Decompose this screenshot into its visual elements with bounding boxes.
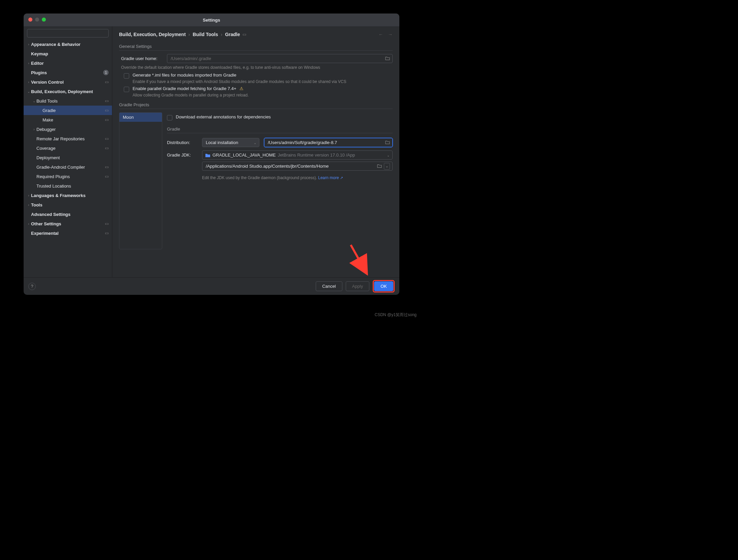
chevron-right-icon: › (26, 43, 31, 46)
nav-forward-button[interactable]: → (388, 32, 393, 37)
project-scope-icon: ▭ (105, 99, 109, 103)
sidebar-item-label: Build Tools (36, 99, 105, 104)
content-header: Build, Execution, Deployment › Build Too… (112, 26, 399, 40)
sidebar-item-coverage[interactable]: Coverage▭ (24, 143, 112, 153)
divider (119, 50, 393, 51)
sidebar-item-appearance-behavior[interactable]: ›Appearance & Behavior (24, 39, 112, 49)
sidebar-item-build-tools[interactable]: ⌄Build Tools▭ (24, 96, 112, 106)
sidebar-item-tools[interactable]: ›Tools (24, 200, 112, 209)
window-title: Settings (203, 18, 220, 23)
chevron-right-icon: › (26, 222, 31, 226)
help-button[interactable]: ? (28, 283, 36, 290)
cancel-button[interactable]: Cancel (316, 281, 342, 291)
folder-icon[interactable] (385, 140, 390, 145)
download-ext-label[interactable]: Download external annotations for depend… (176, 114, 271, 119)
parallel-checkbox[interactable] (124, 87, 129, 92)
sidebar-item-trusted-locations[interactable]: Trusted Locations (24, 181, 112, 191)
sidebar-item-gradle-android-compiler[interactable]: Gradle-Android Compiler▭ (24, 162, 112, 172)
sidebar-item-label: Make (42, 117, 105, 122)
jdk-path-input[interactable] (202, 162, 393, 171)
sidebar-item-keymap[interactable]: Keymap (24, 49, 112, 58)
parallel-label[interactable]: Enable parallel Gradle model fetching fo… (133, 86, 244, 91)
chevron-right-icon: › (189, 32, 190, 37)
titlebar: Settings (24, 13, 399, 26)
chevron-down-icon: ⌄ (254, 141, 256, 144)
maximize-window-button[interactable] (42, 18, 46, 22)
distribution-path-input[interactable] (264, 138, 393, 147)
distribution-select[interactable]: Local installation ⌄ (202, 138, 259, 147)
sidebar-item-debugger[interactable]: ›Debugger (24, 124, 112, 134)
sidebar-item-label: Appearance & Behavior (31, 42, 109, 47)
user-home-row: Gradle user home: (121, 54, 393, 63)
folder-icon[interactable] (377, 164, 382, 169)
sidebar-item-make[interactable]: Make▭ (24, 115, 112, 124)
sidebar-item-editor[interactable]: ›Editor (24, 58, 112, 68)
project-scope-icon: ▭ (243, 32, 246, 37)
sidebar-item-advanced-settings[interactable]: Advanced Settings (24, 209, 112, 219)
sidebar-item-version-control[interactable]: ›Version Control▭ (24, 77, 112, 87)
ok-button[interactable]: OK (374, 281, 393, 291)
close-window-button[interactable] (28, 18, 32, 22)
download-ext-checkbox[interactable] (167, 115, 172, 120)
sidebar-item-required-plugins[interactable]: Required Plugins▭ (24, 172, 112, 181)
sidebar-item-plugins[interactable]: Plugins1 (24, 68, 112, 77)
sidebar-item-build-execution-deployment[interactable]: ⌄Build, Execution, Deployment (24, 87, 112, 96)
dist-path-wrap (264, 138, 393, 147)
user-home-input-wrap (167, 54, 393, 63)
iml-checkbox[interactable] (124, 73, 129, 79)
warning-icon: ⚠ (239, 86, 244, 91)
chevron-right-icon: › (26, 61, 31, 65)
sidebar-item-label: Build, Execution, Deployment (31, 89, 109, 94)
settings-tree[interactable]: ›Appearance & BehaviorKeymap›EditorPlugi… (24, 39, 112, 277)
sidebar-item-label: Version Control (31, 80, 105, 85)
sidebar-item-languages-frameworks[interactable]: ›Languages & Frameworks (24, 191, 112, 200)
iml-help: Enable if you have a mixed project with … (133, 79, 393, 84)
sidebar-item-gradle[interactable]: Gradle▭ (24, 106, 112, 115)
breadcrumb: Build, Execution, Deployment › Build Too… (119, 32, 375, 37)
breadcrumb-3: Gradle (225, 32, 240, 37)
jdk-label: Gradle JDK: (167, 152, 197, 158)
content-body: General Settings Gradle user home: Overr… (112, 40, 399, 277)
sidebar-item-label: Editor (31, 61, 109, 66)
nav-back-button[interactable]: ← (378, 32, 383, 37)
sidebar-item-experimental[interactable]: Experimental▭ (24, 228, 112, 238)
distribution-row: Distribution: Local installation ⌄ (167, 138, 393, 147)
edit-jdk-help: Edit the JDK used by the Gradle daemon (… (202, 175, 393, 180)
footer: ? Cancel Apply OK (24, 277, 399, 295)
learn-more-link[interactable]: Learn more ↗ (318, 175, 343, 180)
sidebar-item-label: Experimental (31, 231, 105, 236)
project-item-moon[interactable]: Moon (119, 113, 162, 122)
folder-icon[interactable] (385, 56, 390, 61)
sidebar-item-label: Remote Jar Repositories (36, 136, 105, 141)
minimize-window-button[interactable] (35, 18, 39, 22)
projects-list[interactable]: Moon (119, 112, 162, 249)
distribution-label: Distribution: (167, 140, 197, 145)
jdk-folder-icon (205, 153, 210, 158)
project-scope-icon: ▭ (105, 108, 109, 113)
user-home-label: Gradle user home: (121, 56, 162, 61)
chevron-right-icon: › (26, 203, 31, 207)
user-home-input[interactable] (167, 54, 393, 63)
jdk-row: Gradle JDK: GRADLE_LOCAL_JAVA_HOME JetBr… (167, 150, 393, 160)
parallel-checkbox-row: Enable parallel Gradle model fetching fo… (124, 86, 393, 92)
sidebar-item-other-settings[interactable]: ›Other Settings▭ (24, 219, 112, 228)
chevron-down-icon: ⌄ (32, 99, 36, 103)
search-input[interactable] (27, 29, 109, 37)
sidebar-item-remote-jar-repositories[interactable]: Remote Jar Repositories▭ (24, 134, 112, 143)
sidebar-item-label: Plugins (31, 70, 101, 75)
sidebar-item-label: Gradle-Android Compiler (36, 165, 105, 170)
jdk-select[interactable]: GRADLE_LOCAL_JAVA_HOME JetBrains Runtime… (202, 150, 393, 160)
breadcrumb-1[interactable]: Build, Execution, Deployment (119, 32, 186, 37)
sidebar-item-deployment[interactable]: Deployment (24, 153, 112, 162)
iml-label[interactable]: Generate *.iml files for modules importe… (133, 73, 236, 78)
sidebar: Q⁺ ›Appearance & BehaviorKeymap›EditorPl… (24, 26, 112, 277)
nav-arrows: ← → (378, 32, 393, 37)
breadcrumb-2[interactable]: Build Tools (193, 32, 218, 37)
apply-button[interactable]: Apply (346, 281, 370, 291)
sidebar-item-label: Gradle (42, 108, 105, 113)
jdk-path-dropdown-button[interactable]: ⌄ (384, 163, 390, 170)
search-container: Q⁺ (24, 26, 112, 39)
sidebar-item-label: Tools (31, 202, 109, 207)
project-scope-icon: ▭ (105, 80, 109, 84)
download-ext-row: Download external annotations for depend… (167, 114, 393, 120)
